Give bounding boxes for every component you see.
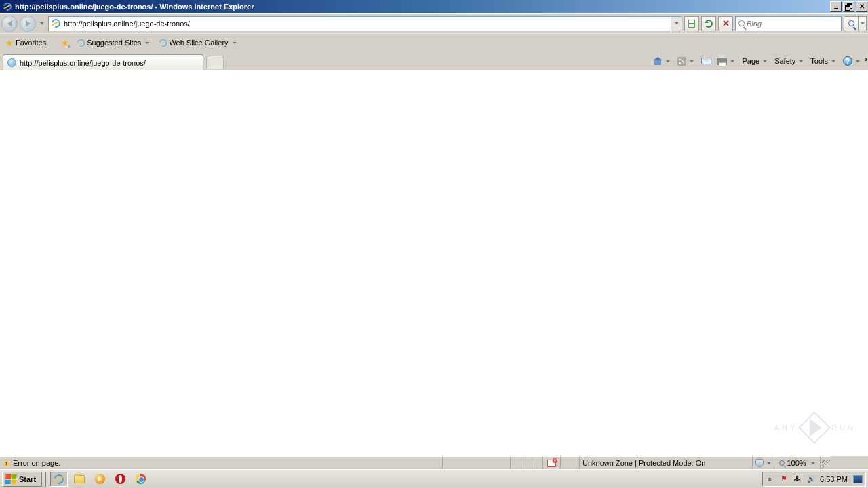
taskbar-separator xyxy=(45,472,47,487)
back-button[interactable] xyxy=(1,16,18,32)
security-zone-text: Unknown Zone | Protected Mode: On xyxy=(583,459,705,467)
search-go-button[interactable] xyxy=(844,16,859,31)
tab-title: http://pelisplus.online/juego-de-tronos/ xyxy=(20,59,146,67)
window-title: http://pelisplus.online/juego-de-tronos/… xyxy=(15,3,829,11)
refresh-icon xyxy=(705,20,713,28)
page-menu[interactable]: Page xyxy=(740,56,771,66)
safety-menu-label: Safety xyxy=(774,57,795,65)
stop-button[interactable]: ✕ xyxy=(718,16,733,31)
opera-icon xyxy=(115,474,125,484)
taskbar: Start 6:53 PM xyxy=(0,469,868,488)
status-message-cell: Error on page. xyxy=(0,456,442,469)
start-label: Start xyxy=(19,475,36,483)
popup-blocked-icon xyxy=(547,460,556,467)
print-icon xyxy=(717,58,727,65)
forward-button[interactable] xyxy=(20,16,36,32)
search-provider-icon[interactable] xyxy=(736,20,747,26)
rss-icon xyxy=(677,57,686,66)
zoom-icon xyxy=(779,460,785,466)
status-message: Error on page. xyxy=(13,459,60,467)
taskbar-item-wmp[interactable] xyxy=(91,472,108,487)
star-plus-icon: ★ xyxy=(61,38,69,48)
protected-mode-indicator[interactable] xyxy=(752,456,774,469)
stop-icon: ✕ xyxy=(722,19,730,28)
page-menu-label: Page xyxy=(742,57,760,65)
command-bar: Page Safety Tools ? ›› xyxy=(651,54,865,68)
compatibility-icon xyxy=(688,20,695,28)
network-icon[interactable] xyxy=(793,474,802,484)
chrome-icon xyxy=(136,474,146,484)
warning-icon xyxy=(3,460,11,466)
suggested-sites-label: Suggested Sites xyxy=(87,39,141,47)
folder-icon xyxy=(74,475,85,483)
page-icon xyxy=(49,17,62,30)
refresh-button[interactable] xyxy=(701,16,716,31)
zoom-value: 100% xyxy=(787,459,806,467)
tray-expand-button[interactable] xyxy=(766,474,775,484)
status-progress-cell xyxy=(442,456,510,469)
search-box[interactable] xyxy=(735,16,842,31)
suggested-sites-link[interactable]: Suggested Sites xyxy=(75,37,154,48)
taskbar-item-ie[interactable] xyxy=(50,472,68,487)
mail-icon xyxy=(701,58,711,64)
close-button[interactable]: ✕ xyxy=(856,1,867,12)
read-mail-button[interactable] xyxy=(699,56,713,66)
navigation-toolbar: ✕ xyxy=(0,13,868,33)
address-input[interactable] xyxy=(62,17,671,30)
address-dropdown-button[interactable] xyxy=(671,17,682,30)
favorites-bar: ★ Favorites ★ Suggested Sites Web Slice … xyxy=(0,33,868,52)
search-icon xyxy=(848,20,854,26)
taskbar-item-explorer[interactable] xyxy=(71,472,88,487)
tools-menu-label: Tools xyxy=(810,57,828,65)
search-options-dropdown[interactable] xyxy=(859,16,867,31)
search-input[interactable] xyxy=(747,20,841,28)
security-zone-cell[interactable]: Unknown Zone | Protected Mode: On xyxy=(579,456,752,469)
safety-menu[interactable]: Safety xyxy=(772,56,807,66)
compatibility-view-button[interactable] xyxy=(684,16,699,31)
arrow-right-icon xyxy=(26,20,31,27)
media-player-icon xyxy=(95,474,105,484)
favorites-label: Favorites xyxy=(16,39,46,47)
windows-logo-icon xyxy=(5,474,16,484)
page-content xyxy=(0,70,868,455)
help-icon: ? xyxy=(843,56,852,66)
window-titlebar: http://pelisplus.online/juego-de-tronos/… xyxy=(0,0,868,13)
new-tab-button[interactable] xyxy=(206,56,224,69)
clock[interactable]: 6:53 PM xyxy=(820,475,849,483)
volume-icon[interactable] xyxy=(806,474,816,484)
show-desktop-button[interactable] xyxy=(853,475,863,483)
status-empty-cell xyxy=(510,456,521,469)
action-center-icon[interactable] xyxy=(779,474,789,484)
web-slice-gallery-label: Web Slice Gallery xyxy=(169,39,228,47)
ie-icon xyxy=(53,472,66,485)
web-slice-gallery-link[interactable]: Web Slice Gallery xyxy=(157,37,241,48)
chevron-down-icon xyxy=(145,42,149,44)
home-button[interactable] xyxy=(651,56,674,66)
status-empty-cell xyxy=(560,456,579,469)
minimize-button[interactable] xyxy=(830,1,842,12)
restore-button[interactable] xyxy=(843,1,854,12)
add-to-favorites-bar-button[interactable]: ★ xyxy=(58,37,72,49)
address-bar[interactable] xyxy=(48,16,682,31)
arrow-left-icon xyxy=(7,20,12,27)
status-empty-cell xyxy=(532,456,542,469)
taskbar-item-chrome[interactable] xyxy=(132,472,149,487)
zoom-control[interactable]: 100% xyxy=(774,456,820,469)
ie-icon xyxy=(3,2,12,12)
resize-grip[interactable] xyxy=(820,456,831,469)
globe-icon xyxy=(7,58,16,67)
print-button[interactable] xyxy=(715,56,738,66)
help-button[interactable]: ? xyxy=(841,55,864,67)
recent-pages-dropdown[interactable] xyxy=(40,22,44,24)
ie-icon xyxy=(76,37,86,47)
star-icon: ★ xyxy=(5,38,14,48)
taskbar-item-opera[interactable] xyxy=(111,472,129,487)
tools-menu[interactable]: Tools xyxy=(808,56,840,66)
feeds-button[interactable] xyxy=(675,56,698,67)
start-button[interactable]: Start xyxy=(2,472,42,487)
tab-active[interactable]: http://pelisplus.online/juego-de-tronos/ xyxy=(3,54,203,70)
popup-blocker-indicator[interactable] xyxy=(542,456,560,469)
favorites-button[interactable]: ★ Favorites xyxy=(3,37,49,49)
ie-icon xyxy=(158,37,168,47)
chevron-down-icon xyxy=(233,42,237,44)
